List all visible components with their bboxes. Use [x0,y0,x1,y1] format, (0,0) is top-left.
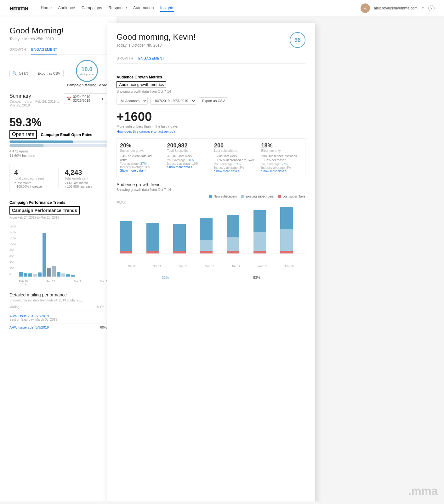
table-row-1-link[interactable]: ARW Issue 231, 3/2/2019 [9,314,80,318]
date-range-picker[interactable]: 📅 02/24/2019 - 02/25/2019 ▼ [64,93,107,104]
bottom-table-row: 32% 53% [117,273,305,279]
accounts-filter[interactable]: All Accounts [117,97,148,105]
bar-1 [19,272,23,277]
campaign-performance-annotation: Campaign Performance Trends [9,200,65,205]
progress-track-1 [9,140,107,143]
open-rate-label-box: Open rate [9,130,37,139]
metric-3-link[interactable]: Show more data > [214,169,255,173]
mailing-score-value: 10.0 [82,66,93,73]
metric-1-sub: ↓ 4% on client data last week [120,154,161,161]
metric-4-sub: 20% subscriber last week [261,154,302,158]
summary-comparing: Comparing from Feb 24, 2019 to Mar 25, 2… [9,100,64,107]
growth-bar-lost-4 [200,251,213,254]
left-panel: Good Morning! Today is March 25th, 2019 … [0,16,117,501]
metric-cell-2: 200,982 Total Subscribers 308,079 last w… [164,139,211,177]
tab-growth-right[interactable]: GROWTH [117,56,133,63]
metrics-grid: 20% Subscriber growth ↓ 4% on client dat… [117,138,305,177]
tab-engagement-left[interactable]: ENGAGEMENT [31,48,57,54]
bar-8 [52,266,56,277]
bar-5 [38,272,42,277]
score-badge: 96 [290,32,305,48]
legend-new-dot [209,195,212,198]
help-button[interactable]: ? [428,5,435,11]
right-greeting-block: Good morning, Kevin! Today is October 7t… [117,32,196,54]
metric-cell-1: 20% Subscriber growth ↓ 4% on client dat… [117,139,164,177]
th-openrate[interactable]: % Op... [83,305,107,309]
search-input[interactable] [19,71,28,76]
growth-bar-lost-2 [146,251,159,254]
big-metric-link[interactable]: How does this compare to last period? [117,129,305,133]
summary-title: Summary [9,93,64,99]
bar-12 [71,275,75,277]
bottom-val-1: 32% [162,276,169,279]
metric-4-avg: Your average: 27% [261,163,302,166]
growth-chart-svg [117,205,305,262]
calendar-icon: 📅 [67,97,71,101]
open-rate-value: 59.3% [9,116,107,129]
performance-title-box: Campaign Performance Trends [9,206,80,215]
metric-2-num: 200,982 [167,142,208,149]
metric-4-sub2: ↓ ↓ 2% decreased [261,158,302,162]
bar-6 [43,233,46,277]
metric-4-industry: Industry average: 8% [261,166,302,169]
nav-response[interactable]: Response [108,4,127,12]
right-panel: Good morning, Kevin! Today is October 7t… [107,23,315,501]
mailing-score-annotation: Campaign Mailing Score [67,83,107,87]
growth-trend-sub: Showing growth data from Oct 7-14 [117,188,305,192]
date-right: Today is October 7th, 2018 [117,43,196,48]
user-email: alex.royal@myemma.com [374,6,418,10]
growth-bar-existing-7 [280,229,293,253]
stat-emails-num: 4,243 [65,169,103,177]
dropdown-arrow-icon[interactable]: ▼ [421,6,424,10]
bar-2 [24,273,27,277]
table-row: ARW Issue 232, 3/9/2019 60% [9,324,107,331]
export-csv-button[interactable]: Export as CSV [34,70,64,77]
progress-fill-2 [9,144,44,147]
stat-campaigns-label: Total campaigns sent [14,177,52,180]
mailing-score-label: Mailing score [80,73,94,76]
metric-2-link[interactable]: Show more data > [167,165,208,169]
table-row-2-name: ARW Issue 232, 3/9/2019 [9,325,80,329]
growth-bar-existing-6 [253,232,266,253]
nav-home[interactable]: Home [41,4,52,12]
date-filter[interactable]: 10/7/2019 - 9/31/2019 [150,97,196,105]
nav-audience[interactable]: Audience [58,4,75,12]
metric-4-link[interactable]: Show more data > [261,169,302,173]
open-rate-label: Open rate [12,132,34,137]
nav-insights[interactable]: Insights [160,4,174,12]
metric-1-label: Subscriber growth [120,149,161,152]
metric-3-avg: Your average: 32% [214,163,255,166]
mailing-score-circle: 10.0 Mailing score [76,60,98,82]
metric-3-sub: 13 lost last week [214,154,255,158]
mailing-score-container: 10.0 Mailing score Campaign Mailing Scor… [67,60,107,87]
performance-annotation-label: Campaign Performance Trends [9,199,107,205]
legend-new: New subscribers [209,195,237,198]
tab-engagement-right[interactable]: ENGAGEMENT [138,56,164,63]
big-metric-right: +1600 [117,110,305,124]
table-row-2-link[interactable]: ARW Issue 232, 3/9/2019 [9,325,80,329]
nav-links: Home Audience Campaigns Response Automat… [41,4,361,12]
table-row-1-val [83,314,107,321]
growth-y-label: 40,000 [117,201,305,204]
open-rate-progress [9,140,107,147]
chart-xaxis: Feb 262019 Feb 27 Mar 2 Mar 3 [9,280,107,286]
stat-emails: 4,243 Total emails sent 2,061 last month… [65,169,103,188]
x-fri12: Fri 12 [128,265,136,268]
export-csv-button-right[interactable]: Export as CSV [199,97,228,104]
nav-campaigns[interactable]: Campaigns [82,4,102,12]
nav-automation[interactable]: Automation [133,4,154,12]
x-sat14: Sat 14 [153,265,161,268]
performance-title: Campaign Performance Trends [12,208,77,213]
metric-1-link[interactable]: Show more data > [120,169,161,172]
tab-growth-left[interactable]: GROWTH [9,48,26,54]
date-left: Today is March 25th, 2019 [9,37,107,41]
legend-new-label: New subscribers [213,195,237,198]
toolbar-left: 🔍 Export as CSV 10.0 Mailing score Campa… [9,60,107,87]
stat-emails-change: ↑ 105.90% increase [65,185,103,188]
progress-track-2 [9,144,107,147]
th-mailing[interactable]: Mailing ↑ [9,305,80,309]
stat-campaigns: 4 Total campaigns sent 2 last month ↑ 10… [14,169,52,188]
right-header: Good morning, Kevin! Today is October 7t… [117,32,305,54]
x-label-mar3: Mar 3 [100,280,107,286]
chart-legend: New subscribers Existing subscribers Los… [117,195,305,198]
